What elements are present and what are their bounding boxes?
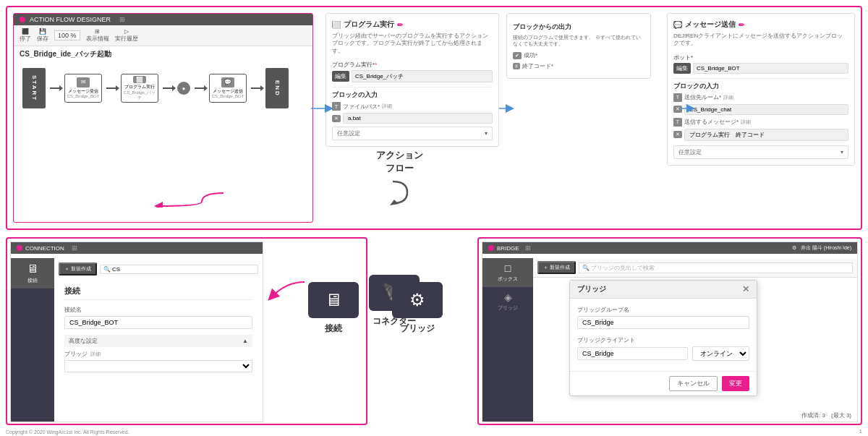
client-name-input[interactable] <box>577 347 688 360</box>
confirm-button[interactable]: 変更 <box>722 376 749 391</box>
msg-label-row: T 送信するメッセージ* 詳細 <box>673 118 848 127</box>
output-desc: 後続のプログラムで使用できます。 ※すべて使われていなくても大丈夫です。 <box>513 34 644 47</box>
msg-block-input-title: ブロックの入力 <box>673 78 848 91</box>
chevron-down-icon: ▾ <box>485 130 488 137</box>
bridge-main: ＋ 新規作成 🔍 ブリッジの見出しで検索 ブリッジ ✕ ブリッジグループ名 ブリ… <box>533 258 857 422</box>
msg2-node[interactable]: 💬 メッセージ送信CS_Bridge_BOT <box>209 74 247 103</box>
bridge-search-icon: 🔍 <box>582 265 590 271</box>
msg-value-badge: プログラム実行 終了コード <box>684 129 848 141</box>
msg1-node[interactable]: ✉ メッセージ受信CS_Bridge_BOT <box>64 74 102 103</box>
group-name-input[interactable] <box>577 316 749 329</box>
start-node: START <box>22 68 46 108</box>
output-title: ブロックからの出力 <box>513 20 644 32</box>
bridge-search-box[interactable]: 🔍 ブリッジの見出しで検索 <box>579 262 853 273</box>
copyright-text: Copyright © 2020 WingArc1st Inc. All Rig… <box>6 429 129 435</box>
msg-desc: DEJIRENクライアントにメッセージを送信するアクションブロックです。 <box>673 33 848 48</box>
prog-node[interactable]: ⬜ プログラム実行CS_Bridge_バッチ <box>121 74 158 103</box>
conn-main: ＋ 新規作成 🔍 CS 接続 接続名 高度な設定 ▲ ブリッジ <box>54 258 263 422</box>
flow-title: CS_Bridge_ide_バッチ起動 <box>14 46 312 62</box>
run-history-button[interactable]: ▷ 実行履歴 <box>115 28 138 43</box>
client-section-label: ブリッジクライアント <box>577 336 749 344</box>
exit-code-label: 終了コード* <box>522 62 553 70</box>
room-value-row: ✕ CS_Bridge_chat <box>673 104 848 115</box>
sidebar-item-bridge[interactable]: ◈ ブリッジ <box>482 287 533 316</box>
msg-panel-title: 💬 メッセージ送信 ✏ <box>673 20 848 30</box>
exit-code-row: # 終了コード* <box>513 62 644 70</box>
file-x-badge[interactable]: ✕ <box>332 115 341 122</box>
display-settings-button[interactable]: ⊞ 表示情報 <box>86 28 109 43</box>
conn-pink-arrow <box>265 275 308 304</box>
prog-panel-title: ⬜ プログラム実行 ✏ <box>332 20 493 30</box>
bot-mode-select[interactable]: 編集 <box>673 63 691 74</box>
action-flow-label: アクションフロー <box>376 149 423 208</box>
bridge-panel: BRIDGE ⊞ ⚙ 井出 陽斗 (Hiroshi Ide) □ ボックス ◈ … <box>482 241 858 422</box>
bridge-icon-box: ⚙ <box>392 282 443 318</box>
bridge-toolbar: ＋ 新規作成 🔍 ブリッジの見出しで検索 <box>533 258 857 278</box>
client-status-select[interactable]: オンライン <box>692 346 749 361</box>
bridge-create-button[interactable]: ＋ 新規作成 <box>537 261 576 274</box>
file-path-row: T ファイルパス* 詳細 <box>332 102 493 111</box>
conn-name-input[interactable] <box>64 316 252 329</box>
room-detail-link[interactable]: 詳細 <box>723 94 733 101</box>
bridge-detail-link[interactable]: 詳細 <box>90 351 101 358</box>
client-row: オンライン <box>577 346 749 361</box>
block-input-title: ブロックの入力 <box>332 87 493 100</box>
monitor-icon: 🖥 <box>325 290 342 310</box>
sidebar-item-box[interactable]: □ ボックス <box>482 258 533 287</box>
afd-toolbar: ⬛ 停了 💾 保存 100 % ⊞ 表示情報 ▷ 実行履歴 <box>14 25 312 46</box>
success-icon: ✔ <box>513 52 522 59</box>
bridge-icon-area: ⚙ ブリッジ <box>392 282 443 335</box>
file-value-badge: a.bat <box>343 113 493 124</box>
arrow2 <box>106 87 116 89</box>
conn-form-title: 接続 <box>64 286 252 300</box>
save-button[interactable]: 💾 保存 <box>37 28 48 43</box>
connector-node: ● <box>177 82 190 95</box>
room-x-badge[interactable]: ✕ <box>673 106 682 113</box>
file-detail-link[interactable]: 詳細 <box>382 103 392 110</box>
sidebar-item-connection[interactable]: 🖥 接続 <box>11 258 54 288</box>
room-value-badge: CS_Bridge_chat <box>684 104 848 115</box>
prog-title-icon: ⬜ <box>332 21 341 28</box>
afd-panel: ACTION FLOW DESIGNER ⊞ ⬛ 停了 💾 保存 100 % ⊞… <box>13 13 313 223</box>
prog-section-label: プログラム実行** <box>332 61 493 69</box>
conn-dot-icon <box>17 245 22 251</box>
group-name-label: ブリッジグループ名 <box>577 306 749 314</box>
conn-panel: CONNECTION ⊞ 🖥 接続 ＋ 新規作成 🔍 CS <box>10 241 263 422</box>
modal-header: ブリッジ ✕ <box>570 281 757 299</box>
conn-create-button[interactable]: ＋ 新規作成 <box>59 262 97 275</box>
bridge-field-row: ブリッジ 詳細 <box>64 350 252 358</box>
msg-optional-section[interactable]: 任意設定 ▾ <box>673 145 848 159</box>
prog-mode-select[interactable]: 編集 <box>332 71 349 82</box>
advanced-toggle[interactable]: 高度な設定 ▲ <box>64 335 252 347</box>
msg-label-icon: T <box>673 118 682 127</box>
conn-sidebar: 🖥 接続 <box>11 258 54 422</box>
prog-value-field: CS_Bridge_バッチ <box>352 70 493 82</box>
modal-close-button[interactable]: ✕ <box>742 284 749 294</box>
stop-button[interactable]: ⬛ 停了 <box>20 28 31 43</box>
prog-edit-pencil[interactable]: ✏ <box>397 21 403 29</box>
msg-value-row: ✕ プログラム実行 終了コード <box>673 129 848 141</box>
msg-edit-pencil[interactable]: ✏ <box>739 21 744 29</box>
bridge-label: ブリッジ <box>400 322 435 335</box>
optional-section[interactable]: 任意設定 ▾ <box>332 127 493 140</box>
output-panel: ブロックからの出力 後続のプログラムで使用できます。 ※すべて使われていなくても… <box>506 13 651 79</box>
afd-header: ACTION FLOW DESIGNER ⊞ <box>14 14 312 25</box>
msg-title-icon: 💬 <box>673 21 682 28</box>
curved-arrow-icon <box>378 178 422 207</box>
msg-detail-link[interactable]: 詳細 <box>741 119 751 126</box>
bottom-right-section: BRIDGE ⊞ ⚙ 井出 陽斗 (Hiroshi Ide) □ ボックス ◈ … <box>477 237 862 425</box>
bridge-modal: ブリッジ ✕ ブリッジグループ名 ブリッジクライアント オンライン キャンセル … <box>569 280 757 396</box>
msg-x-badge[interactable]: ✕ <box>673 131 682 138</box>
afd-title: ACTION FLOW DESIGNER <box>30 16 111 23</box>
prog-desc: ブリッジ経由でサーバーのプログラムを実行するアクションブロックです。プログラム実… <box>332 33 493 55</box>
cancel-button[interactable]: キャンセル <box>669 376 718 391</box>
msg-panel: 💬 メッセージ送信 ✏ DEJIRENクライアントにメッセージを送信するアクショ… <box>667 13 855 166</box>
bridge-field-label: ブリッジ <box>64 350 88 358</box>
bridge-header-right: ⚙ 井出 陽斗 (Hiroshi Ide) <box>792 244 851 252</box>
file-value-row: ✕ a.bat <box>332 113 493 124</box>
bot-row: 編集 CS_Bridge_BOT <box>673 63 848 74</box>
arrow5 <box>251 87 261 89</box>
pink-arrow-back <box>144 186 231 209</box>
afd-dot-icon <box>20 17 25 22</box>
bridge-select[interactable] <box>64 360 252 372</box>
